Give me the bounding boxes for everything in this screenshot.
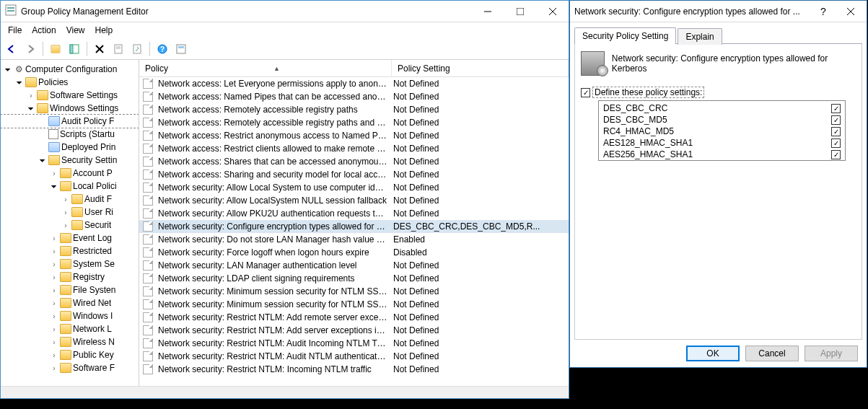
menu-action[interactable]: Action (32, 25, 56, 35)
policy-row[interactable]: Network security: LDAP client signing re… (139, 272, 569, 285)
show-hide-tree-button[interactable] (66, 41, 82, 57)
dialog-close-button[interactable] (834, 1, 867, 22)
encryption-options[interactable]: DES_CBC_CRC✓DES_CBC_MD5✓RC4_HMAC_MD5✓AES… (598, 100, 846, 161)
policy-row[interactable]: Network security: Allow LocalSystem NULL… (139, 194, 569, 207)
encryption-option[interactable]: AES256_HMAC_SHA1✓ (603, 149, 841, 160)
tree-item[interactable]: ›Registry (1, 271, 139, 283)
delete-button[interactable] (92, 41, 108, 57)
tree-chevron[interactable]: › (50, 338, 58, 346)
policy-row[interactable]: Network security: LAN Manager authentica… (139, 259, 569, 272)
nav-tree[interactable]: ⏷⚙Computer Configuration⏷Policies›Softwa… (1, 60, 139, 386)
tree-chevron[interactable]: ⏷ (38, 157, 47, 164)
tree-chevron[interactable]: › (50, 234, 58, 242)
tree-item[interactable]: ⏷Windows Settings (1, 102, 139, 115)
tree-chevron[interactable]: › (61, 195, 70, 203)
tree-item[interactable]: ›Windows I (1, 309, 139, 322)
policy-row[interactable]: Network security: Allow Local System to … (139, 181, 569, 194)
dialog-help-button[interactable]: ? (812, 1, 834, 22)
policy-row[interactable]: Network access: Remotely accessible regi… (139, 116, 569, 129)
tree-item[interactable]: ›Software Settings (1, 89, 139, 102)
help-button[interactable]: ? (154, 41, 170, 57)
tree-item[interactable]: ⏷⚙Computer Configuration (1, 63, 139, 76)
policy-row[interactable]: Network access: Remotely accessible regi… (139, 103, 569, 116)
tree-chevron[interactable]: › (61, 208, 70, 216)
tree-chevron[interactable]: ⏷ (15, 79, 24, 87)
cancel-button[interactable]: Cancel (745, 346, 799, 361)
policy-row[interactable]: Network security: Restrict NTLM: Add rem… (139, 311, 569, 324)
forward-button[interactable] (22, 41, 38, 57)
policy-row[interactable]: Network security: Restrict NTLM: Audit N… (139, 350, 569, 363)
tree-item[interactable]: ›Wired Net (1, 296, 139, 309)
minimize-button[interactable] (471, 1, 504, 22)
tree-chevron[interactable]: › (50, 286, 58, 294)
list-body[interactable]: Network access: Let Everyone permissions… (139, 77, 569, 386)
tree-item[interactable]: Deployed Prin (1, 141, 139, 154)
tree-chevron[interactable]: › (50, 170, 58, 177)
policy-row[interactable]: Network security: Configure encryption t… (139, 220, 569, 233)
tab-security-setting[interactable]: Security Policy Setting (574, 27, 676, 44)
encryption-option[interactable]: AES128_HMAC_SHA1✓ (603, 137, 841, 149)
menu-file[interactable]: File (8, 25, 22, 35)
policy-row[interactable]: Network security: Do not store LAN Manag… (139, 233, 569, 246)
up-button[interactable] (48, 41, 63, 57)
tree-item[interactable]: ›Public Key (1, 348, 139, 361)
ok-button[interactable]: OK (686, 346, 740, 361)
tree-item[interactable]: ›Network L (1, 322, 139, 335)
option-checkbox[interactable]: ✓ (831, 138, 841, 148)
tree-chevron[interactable]: ⏷ (4, 66, 12, 74)
tree-item[interactable]: ›Securit (1, 219, 139, 232)
tree-chevron[interactable]: › (50, 260, 58, 268)
policy-row[interactable]: Network security: Restrict NTLM: Add ser… (139, 324, 569, 337)
tree-chevron[interactable]: › (50, 364, 58, 372)
policy-row[interactable]: Network security: Allow PKU2U authentica… (139, 207, 569, 220)
col-policy[interactable]: Policy ▲ (139, 60, 392, 76)
tree-chevron[interactable]: › (50, 312, 58, 320)
tree-item[interactable]: ⏷Security Settin (1, 154, 139, 167)
tree-chevron[interactable]: › (50, 247, 58, 255)
tree-item[interactable]: ›Restricted (1, 245, 139, 258)
menu-help[interactable]: Help (95, 25, 113, 35)
tree-chevron[interactable]: › (50, 299, 58, 307)
menu-view[interactable]: View (66, 25, 85, 35)
horizontal-scrollbar[interactable] (1, 386, 569, 398)
option-checkbox[interactable]: ✓ (831, 127, 841, 136)
policy-row[interactable]: Network access: Restrict anonymous acces… (139, 129, 569, 142)
tree-item[interactable]: ›Audit F (1, 193, 139, 206)
tree-item[interactable]: ›Wireless N (1, 335, 139, 348)
tree-chevron[interactable]: › (61, 221, 70, 229)
tree-item[interactable]: ›Account P (1, 167, 139, 180)
tree-item[interactable]: ⏷Local Polici (1, 180, 139, 193)
tree-chevron[interactable]: › (27, 92, 35, 100)
encryption-option[interactable]: RC4_HMAC_MD5✓ (603, 126, 841, 137)
export-button[interactable] (129, 41, 145, 57)
tree-chevron[interactable]: ⏷ (27, 105, 35, 113)
policy-row[interactable]: Network access: Sharing and security mod… (139, 168, 569, 181)
apply-button[interactable]: Apply (805, 346, 858, 361)
tree-chevron[interactable]: › (50, 351, 58, 359)
tree-item[interactable]: Scripts (Startu (1, 128, 139, 141)
encryption-option[interactable]: DES_CBC_CRC✓ (603, 102, 841, 114)
tree-item[interactable]: ›File Systen (1, 283, 139, 296)
filter-button[interactable] (173, 41, 189, 57)
maximize-button[interactable] (504, 1, 536, 22)
option-checkbox[interactable]: ✓ (831, 104, 841, 113)
option-checkbox[interactable]: ✓ (831, 150, 841, 159)
tree-item[interactable]: ›Event Log (1, 232, 139, 245)
tree-item[interactable]: Audit Policy F (1, 115, 139, 128)
encryption-option[interactable]: DES_CBC_MD5✓ (603, 114, 841, 126)
tab-explain[interactable]: Explain (678, 28, 722, 45)
policy-row[interactable]: Network security: Restrict NTLM: Incomin… (139, 363, 569, 376)
policy-row[interactable]: Network access: Shares that can be acces… (139, 155, 569, 168)
option-checkbox[interactable]: ✓ (831, 115, 841, 125)
policy-row[interactable]: Network access: Let Everyone permissions… (139, 77, 569, 90)
properties-button[interactable] (110, 41, 126, 57)
back-button[interactable] (4, 41, 19, 57)
tree-chevron[interactable]: ⏷ (50, 182, 58, 190)
tree-chevron[interactable]: › (50, 325, 58, 333)
col-setting[interactable]: Policy Setting (392, 60, 569, 76)
tree-chevron[interactable]: › (50, 273, 58, 281)
tree-item[interactable]: ›Software F (1, 361, 139, 374)
policy-row[interactable]: Network security: Restrict NTLM: Audit I… (139, 337, 569, 350)
tree-item[interactable]: ⏷Policies (1, 76, 139, 89)
tree-item[interactable]: ›User Ri (1, 206, 139, 219)
